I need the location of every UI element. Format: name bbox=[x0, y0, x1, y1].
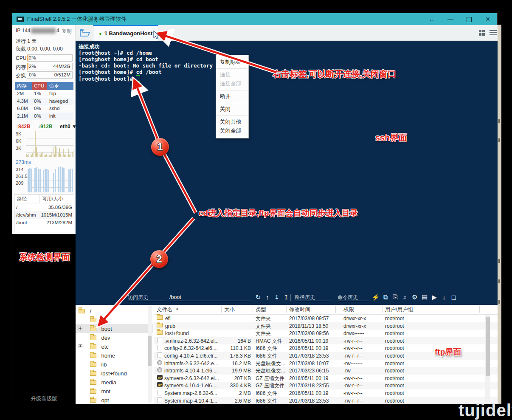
file-row[interactable]: .vmlinuz-2.6.32-642.el... 164 B HMAC 文件 … bbox=[154, 337, 498, 345]
disk-table-header: 路径可用/大小 bbox=[14, 194, 74, 203]
tree-item[interactable]: lost+found bbox=[76, 369, 153, 378]
annotation-ssh-label: ssh界面 bbox=[375, 132, 407, 144]
refresh-icon[interactable]: ↻ bbox=[254, 293, 262, 302]
tab-bandwagonhost[interactable]: ●1 BandwagonHost bbox=[93, 25, 158, 41]
context-menu-item[interactable]: 关闭 bbox=[216, 105, 248, 114]
path-history-field[interactable]: 路径历史 bbox=[295, 293, 331, 301]
disk-row[interactable]: /dev/shm1015M/1015M bbox=[14, 211, 74, 219]
path-field[interactable]: /boot bbox=[169, 293, 251, 301]
upload-icon[interactable]: ↥ bbox=[282, 293, 290, 302]
download-icon[interactable]: ↧ bbox=[273, 293, 281, 302]
col-perm[interactable]: 权限 bbox=[343, 306, 354, 313]
disk-row[interactable]: /boot213M/282M bbox=[14, 219, 74, 226]
maximize-button[interactable] bbox=[460, 13, 478, 25]
file-icon bbox=[157, 330, 163, 335]
tree-item[interactable]: / bbox=[76, 306, 153, 315]
play-icon[interactable]: ▶ bbox=[430, 293, 439, 302]
ping-latency: 273ms bbox=[16, 159, 31, 165]
tree-item[interactable]: home bbox=[76, 351, 153, 360]
terminal-toolbar: 访问历史 /boot 路径历史 命令历史 ↻↑↧↥⚡⧉⎘⌕⚙▤▶↓◻ bbox=[76, 291, 498, 303]
file-row[interactable]: System.map-4.10.4-1... 2.6 MB I686 文件 20… bbox=[154, 397, 498, 404]
context-menu-item[interactable]: 复制标签 bbox=[216, 58, 248, 67]
window-title: FinalShell 2.9.5.2 一体化服务器管理软件 bbox=[27, 15, 127, 23]
tree-item[interactable]: etc bbox=[76, 342, 153, 351]
power-icon[interactable]: ⚡ bbox=[371, 293, 380, 302]
file-row[interactable]: GZ symvers-2.6.32-642.el... 207 KB GZ 压缩… bbox=[154, 375, 498, 382]
file-icon bbox=[157, 315, 163, 320]
context-menu-item[interactable]: 关闭其他 bbox=[216, 118, 248, 127]
mouse-cursor-icon bbox=[153, 31, 160, 40]
file-row[interactable]: lost+found 文件夹 2017/03/08 09:56 drwx----… bbox=[154, 330, 498, 337]
up-icon[interactable]: ↑ bbox=[263, 293, 272, 302]
tree-item[interactable]: boot bbox=[76, 324, 153, 333]
col-owner[interactable]: 用户/用户组 bbox=[385, 306, 413, 313]
file-row[interactable]: grub 文件夹 2018/11/13 18:50 drwxr-xr-x roo… bbox=[154, 322, 498, 330]
resize-icon[interactable]: ↔ bbox=[422, 13, 441, 25]
uptime-label: 运行 1 天 bbox=[16, 38, 37, 45]
command-history-field[interactable]: 命令历史 bbox=[338, 293, 369, 301]
process-row[interactable]: 2.1M0%init bbox=[15, 113, 73, 120]
folder-icon bbox=[90, 389, 96, 394]
search-icon[interactable]: ⌕ bbox=[401, 293, 409, 302]
folder-icon bbox=[90, 371, 96, 376]
tree-item-label: lib bbox=[101, 361, 107, 368]
file-row[interactable]: initramfs-2.6.32-642.e... 16.2 MB 光盘映像文.… bbox=[154, 360, 498, 367]
tree-item[interactable]: dev bbox=[76, 333, 153, 342]
tab-label: 1 BandwagonHost bbox=[104, 30, 152, 37]
ip-blurred bbox=[31, 28, 56, 34]
window-icon[interactable]: ◻ bbox=[450, 293, 458, 302]
tree-item[interactable]: lib bbox=[76, 360, 153, 369]
folder-open-icon[interactable]: ▤ bbox=[420, 293, 429, 302]
col-mtime[interactable]: 修改时间 bbox=[289, 306, 310, 313]
context-menu-item[interactable]: 关闭全部 bbox=[216, 127, 248, 135]
copy-icon[interactable]: ⧉ bbox=[381, 293, 390, 302]
close-button[interactable]: × bbox=[478, 13, 497, 25]
disk-table: 路径可用/大小 /35.8G/39G /dev/shm1015M/1015M /… bbox=[14, 194, 74, 232]
col-size[interactable]: 大小 bbox=[224, 306, 235, 313]
tree-item[interactable]: opt bbox=[76, 395, 153, 404]
terminal-line: [root@host home]# cd boot bbox=[79, 56, 498, 62]
process-row[interactable]: 6.8M0%sshd bbox=[15, 105, 73, 113]
context-menu-item[interactable]: 连接 bbox=[216, 70, 248, 79]
folder-icon bbox=[90, 362, 96, 367]
upgrade-link[interactable]: 升级高级版 bbox=[12, 395, 76, 403]
copy-ip-button[interactable]: 复制 bbox=[62, 28, 72, 35]
context-menu-item[interactable]: 断开 bbox=[216, 92, 248, 101]
swap-meter: 0%0/512M bbox=[27, 71, 73, 79]
window-controls: ↔ — × bbox=[422, 13, 497, 25]
tree-scrollbar[interactable] bbox=[148, 306, 152, 403]
cpu-label: CPU bbox=[16, 55, 26, 61]
file-row[interactable]: initramfs-4.10.4-1.el6.... 19.9 MB 光盘映像文… bbox=[154, 367, 498, 375]
process-row[interactable]: 4.3M0%haveged bbox=[15, 98, 73, 105]
tree-item-label: media bbox=[101, 379, 116, 386]
process-row[interactable]: 2M1%top bbox=[15, 90, 73, 98]
monitor-panel: IP 144 4 复制 运行 1 天 负载 0.00, 0.00, 0.00 C… bbox=[12, 25, 76, 234]
file-row[interactable]: System.map-2.6.32-6... 2 MB I686 文件 2016… bbox=[154, 389, 498, 397]
tree-item[interactable]: media bbox=[76, 378, 153, 386]
expand-icon[interactable] bbox=[79, 327, 82, 330]
file-row[interactable]: efi 文件夹 2017/03/08 09:57 drwxr-xr-x root… bbox=[154, 315, 498, 322]
monitor-sidebar: IP 144 4 复制 运行 1 天 负载 0.00, 0.00, 0.00 C… bbox=[12, 25, 76, 404]
visit-history-field[interactable]: 访问历史 bbox=[128, 293, 166, 301]
tab-context-menu: 复制标签连接连接全部断开关闭关闭其他关闭全部 bbox=[216, 55, 249, 138]
ssh-terminal[interactable]: 连接成功[root@host ~]# cd /home[root@host ho… bbox=[76, 41, 498, 305]
down-icon[interactable]: ↓ bbox=[440, 293, 448, 302]
context-menu-item[interactable]: 连接全部 bbox=[216, 79, 248, 88]
disk-row[interactable]: /35.8G/39G bbox=[14, 203, 74, 211]
app-icon bbox=[17, 17, 24, 22]
minimize-button[interactable]: — bbox=[441, 13, 460, 25]
file-list-scrollbar[interactable] bbox=[485, 315, 490, 402]
menu-icon[interactable] bbox=[489, 30, 497, 36]
col-filename[interactable]: 文件名 bbox=[157, 306, 173, 313]
expand-icon[interactable] bbox=[79, 344, 82, 348]
file-row[interactable]: GZ symvers-4.10.4-1.el6.... 330.4 KB GZ … bbox=[154, 382, 498, 389]
tree-item[interactable]: mnt bbox=[76, 386, 153, 395]
tree-item[interactable]: bin bbox=[76, 315, 153, 324]
settings-icon[interactable]: ⚙ bbox=[411, 293, 419, 302]
col-type[interactable]: 类型 bbox=[256, 306, 266, 313]
layout-grid-icon[interactable] bbox=[479, 30, 485, 36]
open-connection-folder-icon[interactable] bbox=[79, 28, 90, 38]
process-table: 内存CPU命令 2M1%top 4.3M0%haveged 6.8M0%sshd… bbox=[15, 82, 73, 120]
paste-icon[interactable]: ⎘ bbox=[391, 293, 399, 302]
interface-select[interactable]: eth0 ▼ bbox=[60, 124, 77, 130]
